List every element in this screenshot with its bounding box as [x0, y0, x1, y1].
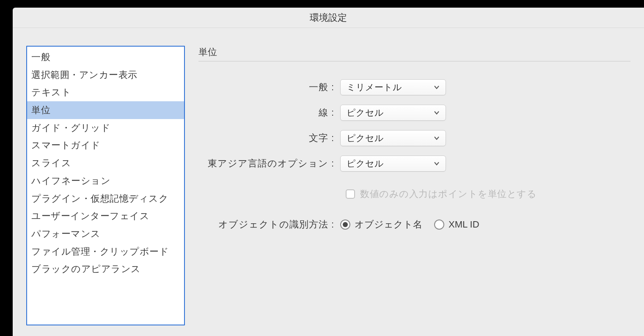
sidebar-item-selection-anchors[interactable]: 選択範囲・アンカー表示: [27, 66, 184, 84]
dropdown-stroke[interactable]: ピクセル: [340, 105, 446, 121]
radio-object-name[interactable]: [340, 219, 350, 230]
dropdown-general[interactable]: ミリメートル: [340, 79, 446, 95]
row-identify: オブジェクトの識別方法 : オブジェクト名 XML ID: [198, 218, 630, 231]
row-asian: 東アジア言語のオプション : ピクセル: [198, 156, 630, 172]
section-title: 単位: [198, 46, 630, 61]
dropdown-type-value: ピクセル: [347, 132, 384, 144]
dropdown-type[interactable]: ピクセル: [340, 130, 446, 146]
sidebar-item-slices[interactable]: スライス: [27, 154, 184, 172]
preferences-sidebar: 一般 選択範囲・アンカー表示 テキスト 単位 ガイド・グリッド スマートガイド …: [26, 46, 185, 325]
radio-option-xml-id[interactable]: XML ID: [434, 219, 479, 230]
label-general: 一般 :: [198, 81, 340, 94]
sidebar-item-guides-grid[interactable]: ガイド・グリッド: [27, 119, 184, 137]
checkbox-row-numbers-points: 数値のみの入力はポイントを単位とする: [198, 188, 630, 200]
chevron-down-icon: [434, 161, 440, 167]
radio-object-name-label: オブジェクト名: [355, 218, 422, 231]
sidebar-item-smart-guides[interactable]: スマートガイド: [27, 136, 184, 154]
radio-xml-id-label: XML ID: [449, 219, 479, 230]
dropdown-asian-value: ピクセル: [347, 158, 384, 169]
label-stroke: 線 :: [198, 106, 340, 119]
chevron-down-icon: [434, 84, 440, 90]
radio-group-identify: オブジェクト名 XML ID: [340, 218, 479, 231]
row-type: 文字 : ピクセル: [198, 130, 630, 146]
sidebar-item-units[interactable]: 単位: [27, 101, 184, 119]
dropdown-general-value: ミリメートル: [347, 81, 402, 93]
chevron-down-icon: [434, 135, 440, 141]
checkbox-numbers-points[interactable]: [346, 189, 355, 199]
sidebar-item-text[interactable]: テキスト: [27, 83, 184, 101]
radio-option-object-name[interactable]: オブジェクト名: [340, 218, 422, 231]
sidebar-item-black-appearance[interactable]: ブラックのアピアランス: [27, 260, 184, 278]
sidebar-item-hyphenation[interactable]: ハイフネーション: [27, 172, 184, 190]
unit-form: 一般 : ミリメートル 線 : ピクセル: [198, 79, 630, 172]
label-identify: オブジェクトの識別方法 :: [198, 218, 340, 231]
row-general: 一般 : ミリメートル: [198, 79, 630, 95]
dropdown-stroke-value: ピクセル: [347, 107, 384, 119]
sidebar-item-plugins-scratch[interactable]: プラグイン・仮想記憶ディスク: [27, 190, 184, 208]
sidebar-item-file-clipboard[interactable]: ファイル管理・クリップボード: [27, 243, 184, 261]
radio-xml-id[interactable]: [434, 219, 444, 230]
checkbox-numbers-points-label: 数値のみの入力はポイントを単位とする: [360, 188, 537, 200]
dropdown-asian[interactable]: ピクセル: [340, 156, 446, 172]
chevron-down-icon: [434, 110, 440, 116]
preferences-window: 環境設定 一般 選択範囲・アンカー表示 テキスト 単位 ガイド・グリッド スマー…: [13, 8, 644, 336]
sidebar-item-general[interactable]: 一般: [27, 48, 184, 66]
row-stroke: 線 : ピクセル: [198, 105, 630, 121]
sidebar-item-performance[interactable]: パフォーマンス: [27, 225, 184, 243]
content-area: 一般 選択範囲・アンカー表示 テキスト 単位 ガイド・グリッド スマートガイド …: [13, 28, 644, 325]
label-asian: 東アジア言語のオプション :: [198, 157, 340, 170]
sidebar-item-user-interface[interactable]: ユーザーインターフェイス: [27, 207, 184, 225]
main-panel: 単位 一般 : ミリメートル 線 : ピクセル: [198, 46, 644, 325]
label-type: 文字 :: [198, 132, 340, 144]
window-title: 環境設定: [13, 8, 644, 28]
